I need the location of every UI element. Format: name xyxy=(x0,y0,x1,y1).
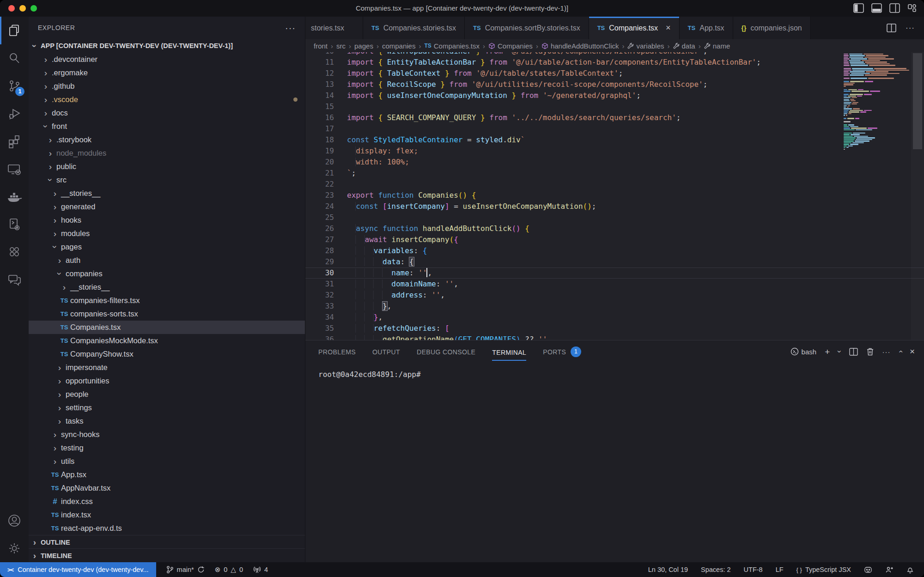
code-line-11[interactable]: 11import { EntityTableActionBar } from '… xyxy=(305,57,924,68)
breadcrumb-item-front[interactable]: front xyxy=(314,42,328,50)
workspace-section-header[interactable]: › APP [CONTAINER DEV-TWENTY-DEV (DEV-TWE… xyxy=(29,39,305,53)
new-terminal-icon[interactable]: + xyxy=(825,347,830,356)
panel-tab-problems[interactable]: PROBLEMS xyxy=(318,340,356,363)
tree-folder-src[interactable]: ›src xyxy=(29,173,305,187)
activity-dev-containers[interactable] xyxy=(0,211,29,238)
activity-run-debug[interactable] xyxy=(0,100,29,128)
breadcrumb-item-companies[interactable]: Companies xyxy=(488,42,533,50)
breadcrumb-item-src[interactable]: src xyxy=(336,42,346,50)
activity-extensions[interactable] xyxy=(0,128,29,155)
split-terminal-icon[interactable] xyxy=(849,348,858,356)
tab-companies-stories-tsx[interactable]: TSCompanies.stories.tsx xyxy=(363,17,465,39)
breadcrumb-item-companies-tsx[interactable]: TSCompanies.tsx xyxy=(424,42,480,50)
code-line-36[interactable]: 36 getOperationName(GET_COMPANIES) ?? ''… xyxy=(305,334,924,340)
accounts-button[interactable] xyxy=(0,507,29,534)
code-line-27[interactable]: 27 await insertCompany({ xyxy=(305,234,924,245)
indentation-status[interactable]: Spaces: 2 xyxy=(701,566,731,573)
language-status[interactable]: { } TypeScript JSX xyxy=(796,566,851,573)
tree-folder-generated[interactable]: ›generated xyxy=(29,200,305,213)
tree-file-companies-sorts-tsx[interactable]: TScompanies-sorts.tsx xyxy=(29,307,305,321)
tree-folder-people[interactable]: ›people xyxy=(29,388,305,401)
tab-companies-json[interactable]: {}companies.json xyxy=(733,17,811,39)
kill-terminal-icon[interactable] xyxy=(866,347,874,356)
panel-tab-debug-console[interactable]: DEBUG CONSOLE xyxy=(417,340,475,363)
tree-folder-hooks[interactable]: ›hooks xyxy=(29,213,305,227)
code-line-35[interactable]: 35 refetchQueries: [ xyxy=(305,323,924,334)
code-line-10[interactable]: 10import { WithTopBarContainer } from '@… xyxy=(305,52,924,57)
tree-file-companies-filters-tsx[interactable]: TScompanies-filters.tsx xyxy=(29,294,305,307)
zoom-window-button[interactable] xyxy=(30,5,37,12)
code-line-20[interactable]: 20 width: 100%; xyxy=(305,157,924,168)
tree-folder-utils[interactable]: ›utils xyxy=(29,455,305,468)
tree-folder--stories-[interactable]: ›__stories__ xyxy=(29,280,305,294)
tree-file-appnavbar-tsx[interactable]: TSAppNavbar.tsx xyxy=(29,481,305,495)
maximize-panel-icon[interactable]: › xyxy=(896,350,904,352)
tree-folder-testing[interactable]: ›testing xyxy=(29,441,305,455)
outline-section[interactable]: › OUTLINE xyxy=(29,535,305,549)
activity-remote-explorer[interactable] xyxy=(0,155,29,183)
code-line-13[interactable]: 13import { RecoilScope } from '@/ui/util… xyxy=(305,79,924,90)
tab-app-tsx[interactable]: TSApp.tsx xyxy=(680,17,733,39)
tree-folder--storybook[interactable]: ›.storybook xyxy=(29,133,305,146)
activity-search[interactable] xyxy=(0,44,29,72)
close-window-button[interactable] xyxy=(8,5,15,12)
code-line-33[interactable]: 33 }, xyxy=(305,301,924,312)
breadcrumb-item-data[interactable]: data xyxy=(673,42,695,50)
toggle-secondary-sidebar-icon[interactable] xyxy=(889,3,900,13)
tree-folder-pages[interactable]: ›pages xyxy=(29,240,305,254)
tab-stories-tsx[interactable]: stories.tsx xyxy=(305,17,363,39)
timeline-section[interactable]: › TIMELINE xyxy=(29,548,305,562)
tree-file-companies-tsx[interactable]: TSCompanies.tsx xyxy=(29,321,305,334)
code-line-14[interactable]: 14import { useInsertOneCompanyMutation }… xyxy=(305,90,924,101)
panel-tab-terminal[interactable]: TERMINAL xyxy=(492,340,526,363)
code-editor[interactable]: 10import { WithTopBarContainer } from '@… xyxy=(305,52,924,340)
code-line-15[interactable]: 15 xyxy=(305,101,924,112)
panel-more-icon[interactable]: ··· xyxy=(882,348,891,356)
terminal-prompt[interactable]: root@0a42ecd84891:/app# xyxy=(318,370,421,379)
split-editor-icon[interactable] xyxy=(887,24,896,32)
code-line-19[interactable]: 19 display: flex; xyxy=(305,146,924,157)
breadcrumb-item-handleaddbuttonclick[interactable]: handleAddButtonClick xyxy=(541,42,619,50)
activity-source-control[interactable]: 1 xyxy=(0,72,29,100)
toggle-sidebar-icon[interactable] xyxy=(853,3,864,13)
tree-folder-sync-hooks[interactable]: ›sync-hooks xyxy=(29,428,305,441)
tree-folder-docs[interactable]: ›docs xyxy=(29,106,305,120)
terminal-shell-selector[interactable]: bash xyxy=(790,347,817,356)
problems-status[interactable]: ⊗ 0 △ 0 xyxy=(215,565,243,574)
notifications-status[interactable] xyxy=(906,566,914,574)
code-line-34[interactable]: 34 }, xyxy=(305,312,924,323)
tree-file-index-css[interactable]: #index.css xyxy=(29,495,305,508)
tree-folder-tasks[interactable]: ›tasks xyxy=(29,414,305,428)
code-line-17[interactable]: 17 xyxy=(305,123,924,134)
tree-folder-node-modules[interactable]: ›node_modules xyxy=(29,146,305,160)
branch-status[interactable]: main* xyxy=(166,565,205,574)
sync-icon[interactable] xyxy=(197,566,205,573)
tree-folder-modules[interactable]: ›modules xyxy=(29,227,305,240)
tree-folder-opportunities[interactable]: ›opportunities xyxy=(29,374,305,388)
code-line-29[interactable]: 29 data: { xyxy=(305,256,924,267)
explorer-more-icon[interactable]: ··· xyxy=(285,23,296,33)
code-line-23[interactable]: 23export function Companies() { xyxy=(305,190,924,201)
tab-companies-sortby-stories-tsx[interactable]: TSCompanies.sortBy.stories.tsx xyxy=(465,17,589,39)
code-line-21[interactable]: 21`; xyxy=(305,168,924,179)
tree-folder--devcontainer[interactable]: ›.devcontainer xyxy=(29,53,305,66)
minimize-window-button[interactable] xyxy=(19,5,26,12)
panel-tab-output[interactable]: OUTPUT xyxy=(372,340,400,363)
tree-folder--vscode[interactable]: ›.vscode xyxy=(29,93,305,106)
tree-folder-companies[interactable]: ›companies xyxy=(29,267,305,280)
code-line-24[interactable]: 24 const [insertCompany] = useInsertOneC… xyxy=(305,201,924,212)
activity-explorer[interactable] xyxy=(0,17,29,44)
tree-file-companyshow-tsx[interactable]: TSCompanyShow.tsx xyxy=(29,347,305,361)
tree-folder-impersonate[interactable]: ›impersonate xyxy=(29,361,305,374)
code-line-18[interactable]: 18const StyledTableContainer = styled.di… xyxy=(305,134,924,146)
breadcrumb-item-name[interactable]: name xyxy=(704,42,730,50)
tree-folder--ergomake[interactable]: ›.ergomake xyxy=(29,66,305,79)
cursor-position-status[interactable]: Ln 30, Col 19 xyxy=(648,566,688,573)
tree-folder-front[interactable]: ›front xyxy=(29,120,305,133)
close-tab-icon[interactable]: × xyxy=(666,23,671,33)
ports-status[interactable]: 4 xyxy=(253,566,268,573)
code-line-31[interactable]: 31 domainName: '', xyxy=(305,279,924,290)
code-line-32[interactable]: 32 address: '', xyxy=(305,290,924,301)
tree-file-react-app-env-d-ts[interactable]: TSreact-app-env.d.ts xyxy=(29,522,305,535)
tree-file-index-tsx[interactable]: TSindex.tsx xyxy=(29,508,305,522)
